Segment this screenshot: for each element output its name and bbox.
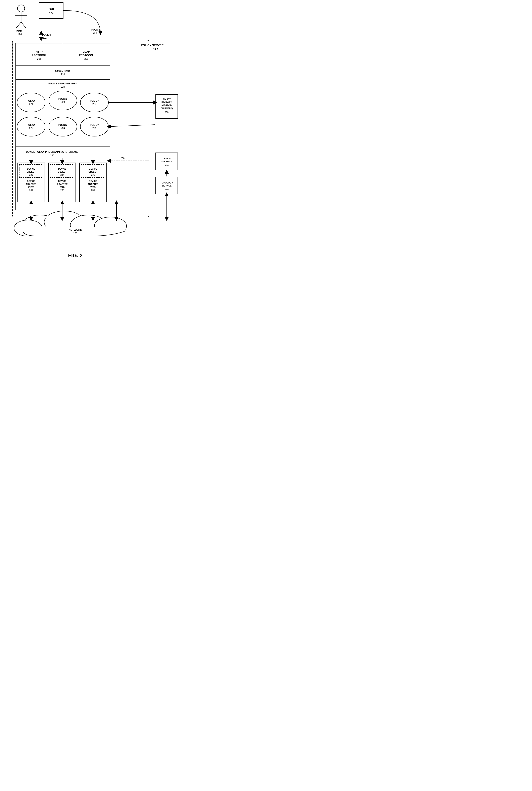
svg-point-105 xyxy=(70,215,107,235)
svg-text:TOPOLOGY: TOPOLOGY xyxy=(160,182,173,184)
svg-text:232: 232 xyxy=(29,173,33,176)
svg-text:(OBJECT-: (OBJECT- xyxy=(162,104,172,107)
svg-line-5 xyxy=(21,22,26,28)
svg-rect-108 xyxy=(23,227,126,235)
svg-rect-19 xyxy=(16,43,110,210)
svg-text:DEVICE: DEVICE xyxy=(163,158,171,160)
svg-rect-91 xyxy=(156,177,178,194)
svg-text:OBJECT: OBJECT xyxy=(27,171,36,173)
svg-rect-8 xyxy=(39,2,63,18)
svg-text:(WEB): (WEB) xyxy=(90,186,96,188)
svg-text:DEVICE: DEVICE xyxy=(89,168,97,170)
svg-point-1 xyxy=(17,5,25,12)
svg-text:250: 250 xyxy=(165,164,169,167)
svg-text:126: 126 xyxy=(17,33,22,36)
svg-text:GUI: GUI xyxy=(49,7,54,11)
svg-text:(DB): (DB) xyxy=(60,186,65,188)
svg-text:206: 206 xyxy=(37,57,41,60)
svg-text:225: 225 xyxy=(92,103,96,106)
svg-point-104 xyxy=(44,211,84,233)
svg-text:DEVICE: DEVICE xyxy=(27,180,35,182)
svg-rect-72 xyxy=(79,163,107,202)
svg-text:POLICY: POLICY xyxy=(58,97,68,100)
svg-text:POLICY: POLICY xyxy=(90,99,99,102)
svg-rect-81 xyxy=(156,94,178,118)
svg-text:122: 122 xyxy=(153,48,158,51)
svg-point-46 xyxy=(49,117,77,136)
svg-text:OBJECT: OBJECT xyxy=(58,171,67,173)
svg-text:223: 223 xyxy=(61,101,65,104)
svg-text:DEVICE: DEVICE xyxy=(89,180,97,182)
svg-text:124: 124 xyxy=(49,12,53,15)
svg-text:USER: USER xyxy=(15,30,22,33)
svg-point-49 xyxy=(80,117,109,136)
svg-text:ADAPTER: ADAPTER xyxy=(88,183,98,185)
svg-text:SERVICE: SERVICE xyxy=(162,184,172,187)
svg-text:221: 221 xyxy=(29,103,33,106)
svg-text:FIG. 2: FIG. 2 xyxy=(68,253,82,258)
svg-point-106 xyxy=(94,217,127,235)
svg-text:POLICY: POLICY xyxy=(58,124,68,126)
svg-rect-54 xyxy=(18,163,45,202)
svg-text:224: 224 xyxy=(61,127,65,130)
svg-rect-16 xyxy=(13,40,149,217)
svg-text:OBJECT: OBJECT xyxy=(89,171,98,173)
svg-rect-87 xyxy=(156,153,178,170)
svg-text:(NFS): (NFS) xyxy=(28,186,34,188)
arrows-svg: USER 126 GUI 124 POLICY 202 POLICY 204 P… xyxy=(0,0,181,261)
svg-point-107 xyxy=(14,220,42,236)
svg-text:108: 108 xyxy=(73,232,77,235)
svg-text:PROTOCOL: PROTOCOL xyxy=(32,54,46,57)
svg-point-103 xyxy=(22,215,58,235)
svg-text:POLICY: POLICY xyxy=(42,34,51,36)
svg-text:DEVICE: DEVICE xyxy=(27,168,35,170)
svg-rect-64 xyxy=(50,164,74,178)
svg-text:220: 220 xyxy=(61,86,65,88)
svg-text:DEVICE: DEVICE xyxy=(58,168,66,170)
svg-text:ADAPTER: ADAPTER xyxy=(26,183,36,185)
svg-text:235: 235 xyxy=(91,189,95,191)
svg-text:234: 234 xyxy=(60,173,64,176)
svg-text:NETWORK: NETWORK xyxy=(69,228,82,231)
svg-rect-73 xyxy=(81,164,105,178)
svg-text:DIRECTORY: DIRECTORY xyxy=(55,69,71,72)
svg-text:231: 231 xyxy=(29,189,33,191)
svg-text:DEVICE: DEVICE xyxy=(58,180,66,182)
svg-text:260: 260 xyxy=(165,188,169,191)
svg-text:HTTP: HTTP xyxy=(36,50,42,53)
svg-text:POLICY: POLICY xyxy=(163,98,171,100)
svg-text:POLICY: POLICY xyxy=(91,28,100,31)
svg-text:POLICY: POLICY xyxy=(90,124,99,126)
svg-text:POLICY STORAGE AREA: POLICY STORAGE AREA xyxy=(49,82,77,85)
svg-point-43 xyxy=(17,117,45,136)
svg-line-4 xyxy=(16,22,21,28)
svg-text:POLICY SERVER: POLICY SERVER xyxy=(141,43,164,47)
svg-text:236: 236 xyxy=(120,157,125,160)
svg-rect-63 xyxy=(49,163,76,202)
svg-text:LDAP: LDAP xyxy=(83,50,90,53)
svg-text:250: 250 xyxy=(165,111,169,113)
svg-text:PROTOCOL: PROTOCOL xyxy=(79,54,94,57)
svg-text:233: 233 xyxy=(60,189,64,191)
svg-point-34 xyxy=(17,93,45,112)
svg-text:POLICY: POLICY xyxy=(27,124,36,126)
svg-point-37 xyxy=(49,91,77,110)
svg-text:208: 208 xyxy=(84,57,88,60)
svg-text:POLICY: POLICY xyxy=(27,99,36,102)
svg-point-40 xyxy=(80,93,109,112)
svg-rect-55 xyxy=(19,164,43,178)
svg-text:210: 210 xyxy=(61,73,65,76)
diagram: USER 126 GUI 124 POLICY 202 POLICY 204 P… xyxy=(0,0,181,261)
svg-text:ADAPTER: ADAPTER xyxy=(57,183,68,185)
svg-text:222: 222 xyxy=(29,127,33,130)
svg-text:202: 202 xyxy=(42,36,46,39)
svg-text:DEVICE POLICY PROGRAMMING INTE: DEVICE POLICY PROGRAMMING INTERFACE xyxy=(26,150,78,153)
svg-text:FACTORY: FACTORY xyxy=(162,101,172,104)
svg-text:226: 226 xyxy=(92,127,96,130)
svg-text:230: 230 xyxy=(50,154,54,157)
svg-line-96 xyxy=(109,125,155,127)
svg-text:ORIENTED): ORIENTED) xyxy=(161,107,173,110)
svg-text:236: 236 xyxy=(91,173,95,176)
svg-text:FACTORY: FACTORY xyxy=(162,160,172,163)
svg-text:204: 204 xyxy=(93,31,97,34)
